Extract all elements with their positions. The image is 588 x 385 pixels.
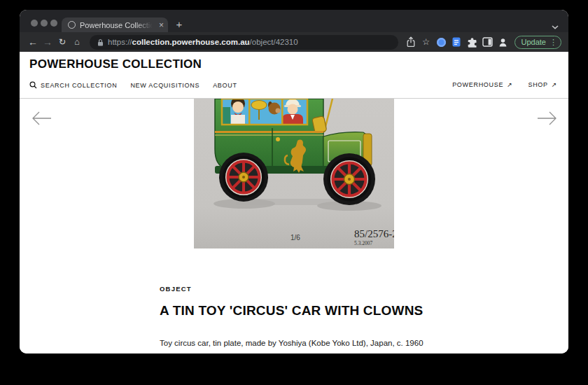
update-label: Update (522, 38, 546, 46)
nav-new-acquisitions[interactable]: NEW ACQUISITIONS (130, 82, 200, 89)
object-title: A TIN TOY 'CIRCUS' CAR WITH CLOWNS (160, 303, 423, 318)
share-icon (406, 36, 416, 48)
forward-button[interactable]: → (41, 37, 54, 47)
traffic-lights (31, 20, 57, 27)
object-photo[interactable]: 1/6 85/2576-23 5.3.2007 (194, 99, 394, 248)
bookmark-star-button[interactable]: ☆ (420, 38, 433, 47)
nav-powerhouse-external[interactable]: POWERHOUSE ↗ (452, 81, 512, 88)
nav-about[interactable]: ABOUT (213, 82, 237, 89)
close-tab-icon[interactable]: × (159, 21, 164, 29)
avatar-icon (498, 37, 508, 48)
nav-label: SHOP (528, 81, 547, 88)
rear-wheel (219, 153, 268, 202)
chevron-down-icon (552, 25, 559, 29)
nav-label: POWERHOUSE (452, 81, 503, 88)
object-eyebrow: OBJECT (160, 285, 192, 293)
object-description: Toy circus car, tin plate, made by Yoshi… (160, 339, 424, 347)
puzzle-icon (467, 37, 477, 48)
back-button[interactable]: ← (27, 37, 39, 47)
url-protocol: https:// (108, 38, 132, 46)
side-panel-icon (482, 37, 493, 47)
nav-shop-external[interactable]: SHOP ↗ (528, 81, 557, 88)
object-number: 85/2576-23 (354, 228, 394, 239)
new-tab-button[interactable]: + (172, 17, 186, 31)
lock-icon (97, 38, 104, 46)
url-bar[interactable]: https://collection.powerhouse.com.au/obj… (90, 35, 398, 50)
minimize-window-button[interactable] (41, 20, 48, 27)
secondary-nav: POWERHOUSE ↗ SHOP ↗ (452, 81, 557, 88)
home-button[interactable]: ⌂ (71, 38, 83, 47)
browser-toolbar: ← → ↻ ⌂ https://collection.powerhouse.co… (20, 32, 568, 52)
screenshot-stage: Powerhouse Collection - A tin t × + ← → … (0, 0, 588, 385)
site-favicon-icon (68, 21, 76, 29)
document-icon (452, 37, 461, 47)
photo-date: 5.3.2007 (354, 240, 373, 246)
update-browser-button[interactable]: Update ⋮ (514, 36, 561, 49)
extensions-menu-button[interactable] (465, 36, 479, 49)
url-text: https://collection.powerhouse.com.au/obj… (108, 38, 298, 46)
tab-strip: Powerhouse Collection - A tin t × + (20, 10, 568, 32)
arrow-right-icon (537, 111, 558, 126)
nav-label: ABOUT (213, 82, 237, 89)
front-wheel (323, 153, 375, 205)
url-host: collection.powerhouse.com.au (132, 38, 250, 46)
extension-blue-circle-button[interactable] (435, 36, 448, 49)
browser-menu-icon: ⋮ (550, 38, 557, 46)
previous-image-button[interactable] (31, 111, 52, 126)
frame-counter: 1/6 (290, 234, 300, 241)
nav-label: SEARCH COLLECTION (41, 82, 117, 89)
share-button[interactable] (405, 36, 418, 49)
site-logo[interactable]: POWERHOUSE COLLECTION (29, 57, 202, 71)
page-content: POWERHOUSE COLLECTION SEARCH COLLECTION … (20, 52, 568, 354)
external-link-icon: ↗ (507, 81, 512, 88)
nav-label: NEW ACQUISITIONS (130, 82, 200, 89)
primary-nav: SEARCH COLLECTION NEW ACQUISITIONS ABOUT (29, 81, 237, 89)
url-path: /object/42310 (250, 38, 298, 46)
nav-search-collection[interactable]: SEARCH COLLECTION (29, 81, 117, 89)
arrow-left-icon (31, 111, 52, 126)
search-icon (29, 81, 37, 89)
reload-button[interactable]: ↻ (56, 38, 69, 47)
zoom-window-button[interactable] (50, 20, 57, 27)
external-link-icon: ↗ (552, 81, 557, 88)
profile-button[interactable] (496, 36, 510, 49)
tab-title: Powerhouse Collection - A tin t (80, 21, 155, 29)
extension-document-button[interactable] (450, 36, 463, 49)
tin-toy-car-image: 1/6 85/2576-23 5.3.2007 (194, 99, 394, 248)
extension-circle-icon (437, 38, 446, 47)
close-window-button[interactable] (31, 20, 38, 27)
next-image-button[interactable] (537, 111, 558, 126)
side-panel-button[interactable] (481, 36, 494, 49)
browser-window: Powerhouse Collection - A tin t × + ← → … (20, 10, 568, 354)
browser-tab[interactable]: Powerhouse Collection - A tin t × (62, 18, 168, 32)
tab-search-button[interactable] (552, 20, 559, 32)
